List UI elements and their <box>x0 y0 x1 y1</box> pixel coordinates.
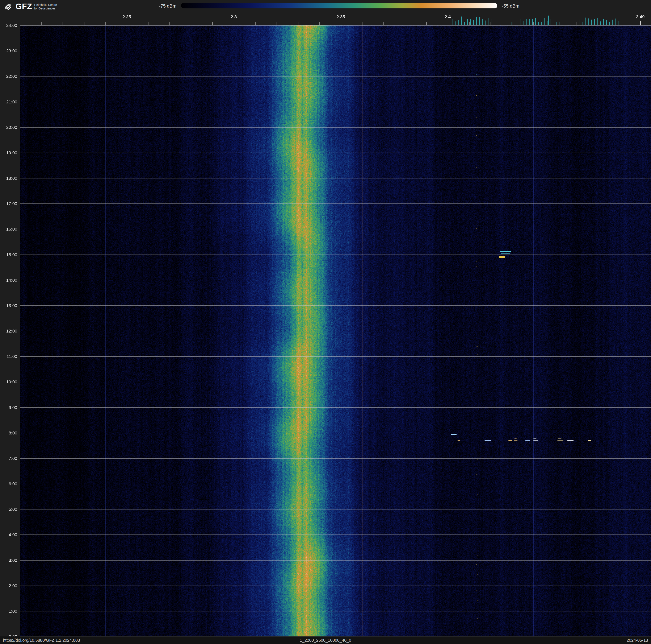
time-tick-label: 2:00 <box>0 583 17 588</box>
logo-subtitle-line2: for Geosciences <box>34 7 56 10</box>
time-tick-label: 12:00 <box>0 328 17 333</box>
colorbar-min-label: -75 dBm <box>147 3 177 9</box>
time-tick-label: 1:00 <box>0 609 17 614</box>
time-tick-label: 23:00 <box>0 48 17 53</box>
logo-subtitle: Helmholtz Centre for Geosciences <box>34 3 57 10</box>
colorbar <box>181 3 497 8</box>
time-tick-label: 19:00 <box>0 150 17 155</box>
time-tick-label: 13:00 <box>0 303 17 308</box>
colorbar-max-label: -55 dBm <box>502 3 519 9</box>
time-tick-label: 15:00 <box>0 252 17 257</box>
time-tick-label: 4:00 <box>0 532 17 537</box>
dataset-filename: 1_2200_2500_10000_40_0 <box>218 638 433 643</box>
time-tick-label: 14:00 <box>0 277 17 283</box>
spectrogram-canvas <box>20 25 651 637</box>
time-tick-label: 11:00 <box>0 354 17 359</box>
doi-text: https://doi.org/10.5880/GFZ.1.2.2024.003 <box>0 638 218 643</box>
time-tick-label: 21:00 <box>0 99 17 105</box>
time-tick-label: 5:00 <box>0 507 17 512</box>
time-axis-labels: 24:0023:0022:0021:0020:0019:0018:0017:00… <box>0 0 20 644</box>
spectrogram-page: GFZ Helmholtz Centre for Geosciences -75… <box>0 0 651 644</box>
time-tick-label: 22:00 <box>0 74 17 79</box>
frequency-ruler <box>0 12 651 25</box>
time-tick-label: 17:00 <box>0 201 17 206</box>
gfz-logo-icon <box>4 2 13 12</box>
time-tick-label: 6:00 <box>0 481 17 486</box>
logo-text: GFZ <box>16 2 32 10</box>
time-tick-label: 20:00 <box>0 125 17 130</box>
time-tick-label: 10:00 <box>0 379 17 384</box>
logo-subtitle-line1: Helmholtz Centre <box>34 3 57 6</box>
time-tick-label: 18:00 <box>0 176 17 181</box>
time-tick-label: 3:00 <box>0 558 17 563</box>
time-tick-label: 7:00 <box>0 456 17 461</box>
gfz-logo: GFZ Helmholtz Centre for Geosciences <box>4 2 57 12</box>
footer-bar: https://doi.org/10.5880/GFZ.1.2.2024.003… <box>0 637 651 644</box>
time-tick-label: 16:00 <box>0 227 17 232</box>
date-label: 2024-05-13 <box>433 638 651 643</box>
time-tick-label: 9:00 <box>0 405 17 410</box>
time-tick-label: 8:00 <box>0 431 17 436</box>
